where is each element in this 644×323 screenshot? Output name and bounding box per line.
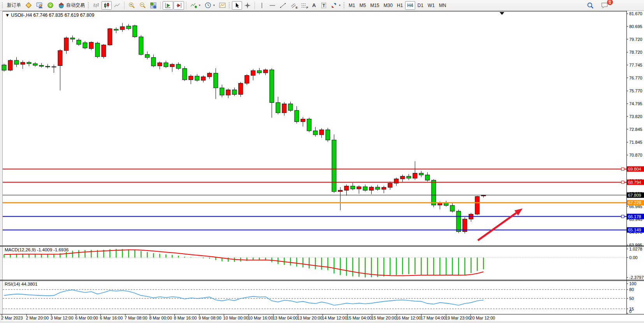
- periods-clock-icon: [205, 2, 211, 9]
- main-toolbar: 新订单 自动交易 ▾ ▾: [0, 0, 644, 11]
- price-tick-label: 79.720: [629, 37, 642, 42]
- price-label-text: 67.809: [628, 193, 641, 198]
- autotrading-button[interactable]: 自动交易: [56, 1, 87, 10]
- price-tick-label: 74.795: [629, 101, 642, 106]
- cursor-button[interactable]: [232, 1, 242, 10]
- equidistant-channel-button[interactable]: E: [288, 1, 298, 10]
- candle-body: [475, 196, 479, 214]
- trendline-button[interactable]: [278, 1, 288, 10]
- signal-icon: [47, 2, 54, 9]
- autotrading-icon: [58, 2, 65, 9]
- toolbar-separator: [124, 2, 125, 9]
- timeframe-button-M30[interactable]: M30: [382, 1, 395, 10]
- candle-body: [176, 64, 181, 69]
- candle-body: [64, 38, 68, 51]
- line-chart-icon: [114, 2, 120, 9]
- timeframe-button-M15[interactable]: M15: [368, 1, 381, 10]
- window-bottom-edge: [0, 321, 644, 323]
- search-icon: [587, 2, 594, 9]
- level-handle[interactable]: [621, 215, 624, 218]
- candle-body: [263, 70, 268, 73]
- tile-windows-button[interactable]: [148, 1, 158, 10]
- template-button[interactable]: [217, 1, 228, 10]
- candle-body: [456, 211, 461, 231]
- label-icon: T: [321, 3, 326, 8]
- candle-body: [338, 190, 342, 191]
- vertical-line-button[interactable]: [257, 1, 267, 10]
- candle-body: [270, 70, 274, 102]
- candle-body: [139, 37, 143, 55]
- chart-canvas[interactable]: 81.67080.69579.72078.72077.74576.77075.7…: [0, 11, 644, 323]
- arrows-icon: [331, 2, 337, 9]
- level-handle[interactable]: [621, 168, 624, 170]
- text-label-button[interactable]: T: [319, 1, 328, 10]
- candle-body: [332, 140, 336, 191]
- candle-body: [108, 29, 112, 45]
- zoom-in-icon: [128, 2, 135, 9]
- time-tick-label: 20 Mar 12:00: [470, 316, 495, 320]
- macd-tick-label: -2.3797: [629, 275, 644, 280]
- indicators-button[interactable]: ▾: [188, 1, 202, 10]
- toolbar-separator: [186, 2, 186, 9]
- notification-badge[interactable]: 1: [607, 0, 613, 5]
- chart-shift-button[interactable]: [174, 1, 184, 10]
- chevron-down-icon: ▾: [339, 4, 340, 7]
- candle-body: [214, 73, 218, 88]
- line-chart-button[interactable]: [112, 1, 122, 10]
- horizontal-line-icon: [269, 2, 275, 9]
- candle-body: [369, 187, 374, 190]
- timeframe-button-M5[interactable]: M5: [358, 1, 368, 10]
- search-button[interactable]: [585, 1, 596, 10]
- candle-body: [450, 205, 454, 211]
- mql-market-button[interactable]: [23, 1, 34, 10]
- crosshair-button[interactable]: [242, 1, 253, 10]
- timeframe-button-W1[interactable]: W1: [426, 1, 437, 10]
- timeframe-button-M1[interactable]: M1: [347, 1, 357, 10]
- time-tick-label: 17 Mar 04:00: [421, 316, 446, 320]
- horizontal-line-button[interactable]: [267, 1, 277, 10]
- candle-body: [388, 183, 392, 187]
- time-tick-label: 7 Mar 08:00: [125, 316, 147, 320]
- toolbar-grip[interactable]: [343, 2, 345, 9]
- timeframe-button-D1[interactable]: D1: [416, 1, 425, 10]
- price-label-text: 69.804: [628, 167, 641, 171]
- candle-body: [351, 186, 355, 189]
- periods-button[interactable]: ▾: [203, 1, 217, 10]
- candle-body: [376, 187, 380, 189]
- autotrading-label: 自动交易: [66, 2, 85, 9]
- price-tick-label: 70.870: [629, 153, 642, 157]
- candle-body: [2, 65, 6, 70]
- candle-body: [21, 62, 25, 64]
- auto-scroll-icon: [165, 2, 171, 9]
- auto-scroll-button[interactable]: [163, 1, 173, 10]
- candlestick-button[interactable]: [102, 1, 112, 10]
- candle-body: [239, 83, 243, 95]
- time-tick-label: 6 Mar 00:00: [75, 316, 98, 320]
- timeframe-button-MN[interactable]: MN: [437, 1, 448, 10]
- signals-button[interactable]: [45, 1, 56, 10]
- time-tick-label: 2 Mar 20:00: [26, 316, 49, 320]
- channel-letter: E: [296, 6, 298, 9]
- time-tick-label: 15 Mar 04:00: [347, 316, 372, 320]
- arrows-tool-button[interactable]: ▾: [329, 1, 342, 10]
- fibonacci-button[interactable]: F: [299, 1, 309, 10]
- candle-body: [201, 77, 205, 80]
- person-monitor-icon: [36, 2, 43, 9]
- new-order-button[interactable]: 新订单: [5, 1, 23, 10]
- zoom-in-button[interactable]: [126, 1, 137, 10]
- candle-body: [319, 130, 324, 135]
- toolbar-grip[interactable]: [2, 2, 4, 9]
- candle-body: [8, 60, 12, 70]
- timeframe-button-H1[interactable]: H1: [395, 1, 405, 10]
- text-button[interactable]: A: [309, 1, 319, 10]
- zoom-out-button[interactable]: [137, 1, 148, 10]
- community-button[interactable]: [34, 1, 45, 10]
- toolbar-grip[interactable]: [88, 2, 89, 9]
- toolbar-grip[interactable]: [228, 2, 230, 9]
- time-tick-label: 8 Mar 16:00: [174, 316, 197, 320]
- price-tick-label: 76.770: [629, 76, 642, 80]
- level-handle[interactable]: [621, 181, 624, 184]
- bar-chart-button[interactable]: [91, 1, 101, 10]
- timeframe-button-H4[interactable]: H4: [405, 1, 415, 10]
- chart-background: [0, 11, 644, 323]
